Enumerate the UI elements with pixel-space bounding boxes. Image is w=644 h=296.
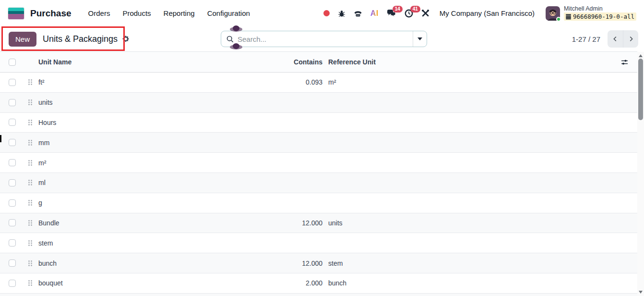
header-contains[interactable]: Contains (240, 58, 322, 66)
partial-next-row (0, 294, 637, 296)
cursor-artifact (0, 135, 1, 142)
reference-unit-cell[interactable]: bunch (322, 279, 418, 287)
unit-name-cell[interactable]: bunch (38, 259, 240, 267)
row-drag-handle[interactable] (28, 79, 38, 86)
database-name: 96668960-19-0-all (573, 13, 634, 20)
company-switcher[interactable]: My Company (San Francisco) (440, 9, 535, 17)
unit-name-cell[interactable]: bouquet (38, 279, 240, 287)
drag-dots-icon (28, 99, 33, 106)
contains-cell[interactable]: 12.000 (240, 219, 322, 227)
pager-next-button[interactable] (623, 30, 638, 48)
voip-phone-icon[interactable] (354, 10, 362, 17)
row-checkbox[interactable] (9, 99, 16, 106)
contains-cell[interactable]: 0.093 (240, 78, 322, 86)
row-checkbox[interactable] (9, 79, 16, 86)
unit-name-cell[interactable]: stem (38, 239, 240, 247)
activities-clock-icon[interactable]: 41 (405, 9, 413, 18)
vertical-scrollbar[interactable] (637, 52, 644, 296)
table-row[interactable]: bunch12.000stem (0, 253, 637, 273)
chevron-left-icon (612, 36, 619, 42)
user-name: Mitchell Admin (564, 6, 636, 12)
row-checkbox[interactable] (9, 280, 16, 287)
menu-orders[interactable]: Orders (82, 5, 117, 21)
row-checkbox[interactable] (9, 159, 16, 166)
row-drag-handle[interactable] (28, 160, 38, 166)
unit-name-cell[interactable]: g (38, 199, 240, 207)
action-gear-icon[interactable] (122, 35, 130, 43)
unit-name-cell[interactable]: units (38, 99, 240, 106)
contains-cell[interactable]: 2.000 (240, 279, 322, 287)
menu-products[interactable]: Products (116, 5, 157, 21)
table-row[interactable]: Hours (0, 113, 637, 133)
table-row[interactable]: stem (0, 233, 637, 253)
header-reference-unit[interactable]: Reference Unit (322, 58, 418, 66)
pager-range: 1-27 / 27 (572, 35, 600, 43)
unit-name-cell[interactable]: Bundle (38, 219, 240, 227)
row-checkbox[interactable] (9, 199, 16, 207)
scroll-down-arrow-icon[interactable] (639, 291, 643, 294)
row-checkbox[interactable] (9, 239, 16, 247)
reference-unit-cell[interactable]: m² (322, 78, 418, 86)
row-checkbox[interactable] (9, 139, 16, 146)
online-status-dot (556, 17, 561, 22)
menu-reporting[interactable]: Reporting (157, 5, 201, 21)
row-checkbox[interactable] (9, 179, 16, 186)
menu-configuration[interactable]: Configuration (201, 5, 256, 21)
table-row[interactable]: m² (0, 153, 637, 173)
main-menu: Orders Products Reporting Configuration (82, 5, 256, 21)
contains-cell[interactable]: 12.000 (240, 259, 322, 267)
reference-unit-cell[interactable]: stem (322, 259, 418, 267)
table-row[interactable]: bouquet2.000bunch (0, 273, 637, 294)
row-drag-handle[interactable] (28, 280, 38, 286)
row-drag-handle[interactable] (28, 179, 38, 186)
chevron-right-icon (628, 36, 634, 42)
table-row[interactable]: g (0, 193, 637, 213)
pager-previous-button[interactable] (608, 30, 623, 48)
pager: 1-27 / 27 (572, 30, 638, 48)
row-drag-handle[interactable] (28, 119, 38, 126)
row-drag-handle[interactable] (28, 240, 38, 247)
row-drag-handle[interactable] (28, 220, 38, 226)
user-menu[interactable]: Mitchell Admin 96668960-19-0-all (546, 6, 636, 21)
tools-icon[interactable] (421, 9, 429, 17)
row-checkbox[interactable] (9, 119, 16, 126)
table-row[interactable]: Bundle12.000units (0, 213, 637, 234)
search-options-toggle[interactable] (413, 31, 427, 47)
reference-unit-cell[interactable]: units (322, 219, 418, 227)
debug-bug-icon[interactable] (338, 10, 346, 17)
row-drag-handle[interactable] (28, 99, 38, 106)
optional-columns-icon[interactable] (620, 52, 629, 72)
chevron-down-icon (417, 37, 422, 40)
purchase-app-icon[interactable] (8, 7, 24, 20)
database-badge: 96668960-19-0-all (564, 12, 636, 21)
ai-icon[interactable]: AI (370, 9, 379, 18)
header-unit-name[interactable]: Unit Name (38, 58, 240, 66)
unit-name-cell[interactable]: Hours (38, 119, 240, 126)
drag-dots-icon (28, 119, 33, 126)
row-checkbox[interactable] (9, 259, 16, 267)
messages-icon[interactable]: 14 (387, 9, 396, 17)
row-checkbox[interactable] (9, 219, 16, 226)
search-bar[interactable] (221, 31, 427, 47)
drag-dots-icon (28, 179, 33, 186)
table-header: Unit Name Contains Reference Unit (0, 52, 637, 73)
unit-name-cell[interactable]: ml (38, 179, 240, 186)
select-all-checkbox[interactable] (9, 59, 16, 66)
search-input[interactable] (238, 35, 413, 43)
row-drag-handle[interactable] (28, 260, 38, 267)
unit-name-cell[interactable]: m² (38, 159, 240, 167)
table-row[interactable]: ml (0, 173, 637, 193)
app-name[interactable]: Purchase (30, 8, 72, 19)
new-button[interactable]: New (9, 32, 36, 47)
unit-name-cell[interactable]: ft² (38, 78, 240, 86)
table-row[interactable]: mm (0, 133, 637, 153)
scroll-up-arrow-icon[interactable] (639, 54, 643, 57)
units-list-view: Unit Name Contains Reference Unit ft²0.0… (0, 51, 637, 296)
row-drag-handle[interactable] (28, 139, 38, 146)
unit-name-cell[interactable]: mm (38, 139, 240, 147)
table-row[interactable]: units (0, 93, 637, 113)
row-drag-handle[interactable] (28, 199, 38, 206)
drag-dots-icon (28, 280, 33, 286)
table-row[interactable]: ft²0.093m² (0, 73, 637, 93)
scrollbar-thumb[interactable] (638, 59, 643, 120)
